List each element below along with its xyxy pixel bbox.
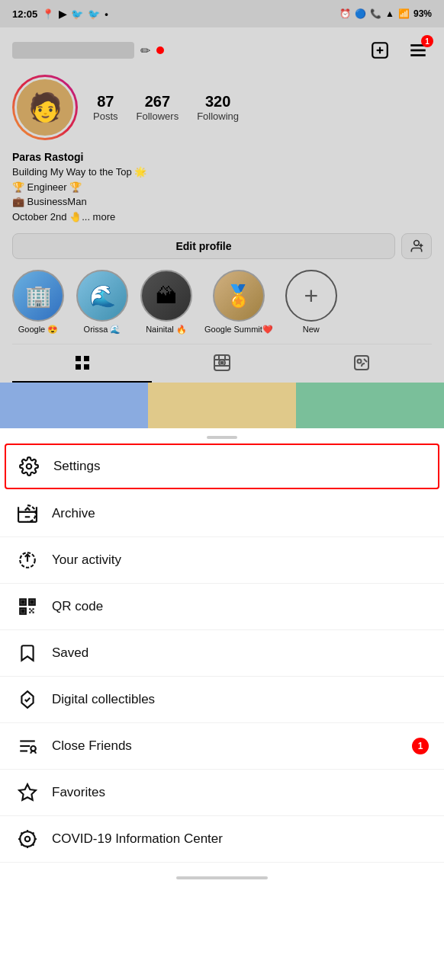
menu-item-close-friends[interactable]: Close Friends 1 [0, 723, 444, 770]
new-highlight-circle: + [285, 270, 337, 322]
highlight-orissa[interactable]: 🌊 Orissa 🌊 [76, 270, 128, 335]
call-icon: 📞 [370, 8, 381, 19]
bio-name: Paras Rastogi [12, 151, 432, 163]
digital-collectibles-label: Digital collectibles [52, 692, 155, 707]
posts-label: Posts [93, 110, 118, 122]
time-display: 12:05 [12, 8, 37, 20]
svg-rect-9 [76, 356, 81, 361]
svg-line-47 [33, 833, 34, 834]
profile-info-row: 🧑 87 Posts 267 Followers 320 Following [12, 75, 432, 140]
twitter-icon: 🐦 [71, 8, 83, 20]
highlight-google-summit[interactable]: 🏅 Google Summit❤️ [204, 270, 273, 335]
posts-count: 87 [97, 93, 114, 110]
close-friends-badge: 1 [412, 738, 429, 754]
highlight-new[interactable]: + New [285, 270, 337, 335]
digital-collectibles-icon [15, 687, 40, 712]
archive-icon [15, 501, 40, 526]
twitter2-icon: 🐦 [88, 8, 100, 20]
edit-username-icon[interactable]: ✏ [140, 43, 150, 58]
status-icons: ⏰ 🔵 📞 ▲ 📶 93% [339, 8, 432, 19]
close-friends-label: Close Friends [52, 738, 132, 754]
highlights-row: 🏢 Google 😍 🌊 Orissa 🌊 🏔 Nainital 🔥 🏅 Goo… [12, 270, 432, 344]
tab-reels[interactable] [152, 344, 291, 383]
add-post-button[interactable] [366, 37, 394, 64]
sheet-handle [207, 436, 237, 439]
edit-profile-button[interactable]: Edit profile [12, 233, 395, 259]
favorites-label: Favorites [52, 785, 105, 800]
qr-code-icon [15, 594, 40, 619]
youtube-icon: ▶ [59, 8, 66, 20]
bio-line4[interactable]: October 2nd 🤚... more [12, 210, 432, 225]
qr-code-label: QR code [52, 599, 103, 614]
following-stat[interactable]: 320 Following [197, 93, 239, 122]
svg-rect-20 [355, 356, 368, 370]
username-placeholder [12, 42, 134, 59]
highlight-nainital[interactable]: 🏔 Nainital 🔥 [140, 270, 192, 335]
signal-icon: 📶 [398, 8, 410, 19]
svg-point-40 [25, 837, 31, 842]
svg-line-46 [33, 844, 34, 846]
svg-marker-38 [19, 784, 36, 800]
svg-point-6 [414, 241, 420, 246]
svg-point-15 [220, 362, 223, 364]
battery-label: 93% [413, 8, 432, 19]
svg-point-21 [358, 360, 362, 363]
grid-preview [0, 383, 444, 428]
bio-line2: 🏆 Engineer 🏆 [12, 180, 432, 195]
profile-area: ✏ 1 🧑 [0, 27, 444, 383]
menu-item-saved[interactable]: Saved [0, 630, 444, 677]
bottom-sheet: Settings Archive Your activity [0, 436, 444, 893]
archive-label: Archive [52, 506, 95, 521]
followers-stat[interactable]: 267 Followers [137, 93, 179, 122]
status-bar: 12:05 📍 ▶ 🐦 🐦 • ⏰ 🔵 📞 ▲ 📶 93% [0, 0, 444, 27]
favorites-icon [15, 780, 40, 805]
menu-item-settings[interactable]: Settings [5, 444, 439, 489]
location-icon: 📍 [42, 8, 54, 20]
following-count: 320 [205, 93, 230, 110]
stats-row: 87 Posts 267 Followers 320 Following [93, 93, 239, 122]
saved-label: Saved [52, 645, 88, 661]
tab-grid[interactable] [12, 344, 152, 383]
menu-notification-badge: 1 [421, 35, 433, 47]
active-status-dot [156, 46, 164, 54]
svg-line-22 [364, 359, 367, 362]
settings-icon [17, 454, 41, 479]
avatar-wrapper[interactable]: 🧑 [12, 75, 78, 140]
tabs-row [12, 344, 432, 383]
menu-button[interactable]: 1 [404, 37, 432, 64]
menu-item-favorites[interactable]: Favorites [0, 770, 444, 816]
svg-rect-10 [84, 356, 89, 361]
svg-rect-12 [84, 364, 89, 370]
status-time: 12:05 📍 ▶ 🐦 🐦 • [12, 8, 108, 20]
grid-cell-2 [148, 383, 296, 428]
svg-rect-30 [21, 600, 24, 603]
profile-top-bar: ✏ 1 [12, 37, 432, 64]
tab-tagged[interactable] [292, 344, 432, 383]
svg-line-45 [21, 833, 23, 834]
saved-icon [15, 641, 40, 665]
svg-point-39 [20, 831, 35, 847]
svg-rect-32 [21, 610, 24, 612]
add-person-button[interactable] [401, 233, 432, 259]
highlight-google[interactable]: 🏢 Google 😍 [12, 270, 64, 335]
menu-item-qr-code[interactable]: QR code [0, 584, 444, 630]
menu-item-your-activity[interactable]: Your activity [0, 537, 444, 584]
followers-count: 267 [145, 93, 170, 110]
covid-icon [15, 827, 40, 851]
following-label: Following [197, 110, 239, 122]
settings-label: Settings [53, 459, 100, 474]
svg-point-23 [27, 464, 32, 469]
menu-item-digital-collectibles[interactable]: Digital collectibles [0, 677, 444, 723]
grid-cell-3 [296, 383, 444, 428]
svg-rect-11 [76, 364, 81, 370]
menu-item-archive[interactable]: Archive [0, 491, 444, 537]
bluetooth-icon: 🔵 [355, 8, 366, 19]
profile-buttons: Edit profile [12, 233, 432, 259]
avatar: 🧑 [14, 77, 76, 138]
svg-line-48 [21, 844, 23, 846]
menu-item-covid[interactable]: COVID-19 Information Center [0, 816, 444, 863]
home-indicator [0, 863, 444, 893]
your-activity-label: Your activity [52, 552, 121, 568]
username-row: ✏ [12, 42, 164, 59]
posts-stat[interactable]: 87 Posts [93, 93, 118, 122]
